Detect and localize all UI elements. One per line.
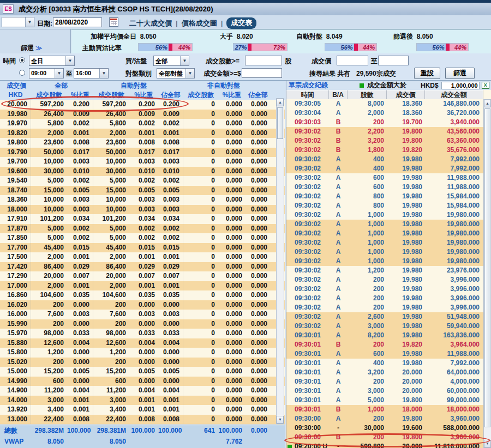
- table-row[interactable]: 19.800 23,600 0.008 23,600 0.008 0.008 0…: [0, 138, 285, 148]
- list-item[interactable]: 09:30:02 B 3,200 19.800 63,360.000: [286, 136, 483, 146]
- list-item[interactable]: 09:30:02 A 1,000 19.980 19,980.000: [286, 229, 483, 238]
- list-item[interactable]: 09:30:02 A 1,000 19.980 19,980.000: [286, 257, 483, 266]
- list-item[interactable]: 09:30:02 A 1,000 19.980 19,980.000: [286, 238, 483, 247]
- list-item[interactable]: 09:30:02 A 400 19.980 7,992.000: [286, 155, 483, 164]
- table-row[interactable]: 17.290 20,000 0.007 20,000 0.007 0.007 0…: [0, 271, 285, 281]
- table-row[interactable]: 17.910 101,200 0.034 101,200 0.034 0.034…: [0, 214, 285, 224]
- scroll-up-icon[interactable]: ▲: [484, 100, 491, 107]
- table-row[interactable]: 18.000 10,000 0.003 10,000 0.003 0.003 0…: [0, 205, 285, 215]
- list-item[interactable]: 09:20:00 U - 590,800 20.000 11,816,000.0…: [286, 442, 483, 448]
- list-item[interactable]: 09:30:02 B 2,200 19.800 43,560.000: [286, 127, 483, 136]
- list-item[interactable]: 09:30:02 A 800 19.980 15,984.000: [286, 201, 483, 210]
- list-item[interactable]: 09:30:02 A 200 19.980 3,996.000: [286, 294, 483, 303]
- table-row[interactable]: 14.990 600 0.000 600 0.000 0.000 0 0.000…: [0, 377, 285, 386]
- table-row[interactable]: 19.600 30,000 0.010 30,000 0.010 0.010 0…: [0, 167, 285, 177]
- table-row[interactable]: 18.360 10,000 0.003 10,000 0.003 0.003 0…: [0, 195, 285, 205]
- scrollbar-thumb[interactable]: [277, 107, 283, 139]
- list-item[interactable]: 09:30:02 A 2,600 19.980 51,948.000: [286, 312, 483, 322]
- trade-log-scrollbar[interactable]: ▲ ▼: [483, 99, 491, 448]
- list-item[interactable]: 09:30:05 A 8,000 18.360 146,880.000: [286, 99, 483, 108]
- table-row[interactable]: 16.020 200 0.000 200 0.000 0.000 0 0.000…: [0, 300, 285, 310]
- table-row[interactable]: 15.800 1,200 0.000 1,200 0.000 0.000 0 0…: [0, 348, 285, 358]
- table-row[interactable]: 13.920 3,400 0.001 3,400 0.001 0.001 0 0…: [0, 405, 285, 415]
- table-row[interactable]: 14.900 11,200 0.004 11,200 0.004 0.004 0…: [0, 386, 285, 396]
- list-item[interactable]: 09:30:02 B 1,800 19.820 35,676.000: [286, 146, 483, 155]
- table-row[interactable]: 15.020 200 0.000 200 0.000 0.000 0 0.000…: [0, 358, 285, 367]
- tab-price-chart[interactable]: 價格成交圖: [182, 19, 217, 28]
- table-row[interactable]: 13.000 22,400 0.008 22,400 0.008 0.008 0…: [0, 415, 285, 425]
- list-item[interactable]: 09:30:02 A 1,000 19.980 19,980.000: [286, 210, 483, 220]
- list-item[interactable]: 09:30:01 B 200 19.820 3,964.000: [286, 340, 483, 349]
- amount-filter-input[interactable]: [242, 68, 282, 78]
- amount-threshold-input[interactable]: [441, 82, 480, 89]
- list-item[interactable]: 09:30:01 A 400 19.980 7,992.000: [286, 359, 483, 368]
- table-row[interactable]: 17.700 45,400 0.015 45,400 0.015 0.015 0…: [0, 243, 285, 253]
- filter-collapse-toggle[interactable]: 篩選 ≫: [21, 44, 42, 53]
- match-type-combo[interactable]: 全部對盤▼: [157, 68, 195, 78]
- time-range-radio[interactable]: [19, 70, 25, 76]
- list-item[interactable]: 09:30:02 A 1,000 19.980 19,980.000: [286, 247, 483, 257]
- list-item[interactable]: 09:30:02 A 1,200 19.980 23,976.000: [286, 266, 483, 275]
- price-from-input[interactable]: [337, 56, 368, 65]
- tab-top20-prices[interactable]: 二十大成交價: [129, 19, 172, 28]
- list-item[interactable]: 09:30:02 A 800 19.980 15,984.000: [286, 192, 483, 201]
- table-row[interactable]: 15.970 98,000 0.033 98,000 0.033 0.033 0…: [0, 329, 285, 338]
- chevron-down-icon[interactable]: ▼: [65, 56, 74, 65]
- table-row[interactable]: 19.980 26,400 0.009 26,400 0.009 0.009 0…: [0, 110, 285, 119]
- table-row[interactable]: 15.880 12,600 0.004 12,600 0.004 0.004 0…: [0, 338, 285, 348]
- table-row[interactable]: 18.740 15,000 0.005 15,000 0.005 0.005 0…: [0, 186, 285, 196]
- list-item[interactable]: 09:30:02 A 3,000 19.980 59,940.000: [286, 322, 483, 331]
- list-item[interactable]: 09:30:00 A 200 19.800 3,960.000: [286, 414, 483, 423]
- list-item[interactable]: 09:30:02 A 600 19.980 11,988.000: [286, 183, 483, 192]
- scroll-down-icon[interactable]: ▼: [484, 440, 491, 447]
- time-allday-radio[interactable]: [19, 57, 25, 63]
- export-excel-icon[interactable]: X: [482, 82, 489, 89]
- qty-filter-input[interactable]: [245, 56, 282, 65]
- list-item[interactable]: 09:30:02 A 200 19.980 3,996.000: [286, 275, 483, 284]
- list-item[interactable]: 09:30:02 A 600 19.980 11,988.000: [286, 173, 483, 183]
- list-item[interactable]: 09:30:02 A 1,000 19.980 19,980.000: [286, 220, 483, 229]
- price-to-input[interactable]: [378, 56, 409, 65]
- list-item[interactable]: 09:30:02 A 200 19.980 3,996.000: [286, 303, 483, 312]
- list-item[interactable]: 09:30:01 A 3,000 20.000 60,000.000: [286, 386, 483, 396]
- scroll-up-icon[interactable]: ▲: [277, 99, 284, 106]
- date-input[interactable]: [53, 17, 102, 27]
- stock-code-combo[interactable]: ▼: [2, 17, 34, 27]
- price-table-scrollbar[interactable]: ▲ ▼: [276, 98, 284, 424]
- table-row[interactable]: 16.000 7,600 0.003 7,600 0.003 0.003 0 0…: [0, 310, 285, 319]
- table-row[interactable]: 17.500 2,000 0.001 2,000 0.001 0.001 0 0…: [0, 252, 285, 262]
- filter-button[interactable]: 篩選: [445, 68, 475, 79]
- tab-trade-table[interactable]: 成交表: [226, 17, 256, 29]
- time-from-combo[interactable]: 09:00▼: [29, 68, 64, 78]
- chevron-down-icon[interactable]: ▼: [99, 69, 108, 78]
- table-row[interactable]: 19.540 5,000 0.002 5,000 0.002 0.002 0 0…: [0, 176, 285, 186]
- table-row[interactable]: 19.970 5,800 0.002 5,800 0.002 0.002 0 0…: [0, 119, 285, 129]
- scrollbar-thumb[interactable]: [484, 108, 490, 427]
- table-row[interactable]: 19.790 50,000 0.017 50,000 0.017 0.017 0…: [0, 148, 285, 158]
- list-item[interactable]: 09:30:01 A 8,200 19.980 163,836.000: [286, 331, 483, 340]
- table-row[interactable]: 15.990 200 0.000 200 0.000 0.000 0 0.000…: [0, 319, 285, 329]
- list-item[interactable]: 09:30:02 A 200 19.980 3,996.000: [286, 284, 483, 294]
- list-item[interactable]: 09:30:01 A 600 19.980 11,988.000: [286, 349, 483, 359]
- table-row[interactable]: 14.000 3,000 0.001 3,000 0.001 0.001 0 0…: [0, 396, 285, 405]
- list-item[interactable]: 09:30:04 A 2,000 18.360 36,720.000: [286, 108, 483, 118]
- table-row[interactable]: 17.420 86,400 0.029 86,400 0.029 0.029 0…: [0, 262, 285, 272]
- table-row[interactable]: 20.000 597,200 0.200 597,200 0.200 0.200…: [0, 100, 285, 110]
- time-allday-combo[interactable]: 全日▼: [29, 56, 75, 66]
- reset-button[interactable]: 重設: [414, 68, 440, 79]
- table-row[interactable]: 17.000 2,000 0.001 2,000 0.001 0.001 0 0…: [0, 281, 285, 291]
- chevron-down-icon[interactable]: ▼: [25, 17, 34, 27]
- list-item[interactable]: 09:30:03 B 200 19.700 3,940.000: [286, 118, 483, 127]
- table-row[interactable]: 17.850 5,000 0.002 5,000 0.002 0.002 0 0…: [0, 233, 285, 243]
- list-item[interactable]: 09:30:00 B 200 19.800 3,960.000: [286, 433, 483, 442]
- list-item[interactable]: 09:30:00 - 30,000 19.600 588,000.000: [286, 423, 483, 433]
- list-item[interactable]: 09:30:01 B 1,000 18.000 18,000.000: [286, 405, 483, 414]
- table-row[interactable]: 19.700 10,000 0.003 10,000 0.003 0.003 0…: [0, 157, 285, 167]
- list-item[interactable]: 09:30:01 A 5,000 19.800 99,000.000: [286, 396, 483, 405]
- list-item[interactable]: 09:30:01 A 200 20.000 4,000.000: [286, 377, 483, 386]
- buy-sell-combo[interactable]: 全部▼: [153, 56, 189, 66]
- scroll-down-icon[interactable]: ▼: [277, 416, 284, 423]
- table-row[interactable]: 19.820 2,000 0.001 2,000 0.001 0.001 0 0…: [0, 129, 285, 138]
- table-row[interactable]: 16.860 104,600 0.035 104,600 0.035 0.035…: [0, 290, 285, 300]
- chevron-down-icon[interactable]: ▼: [55, 69, 63, 78]
